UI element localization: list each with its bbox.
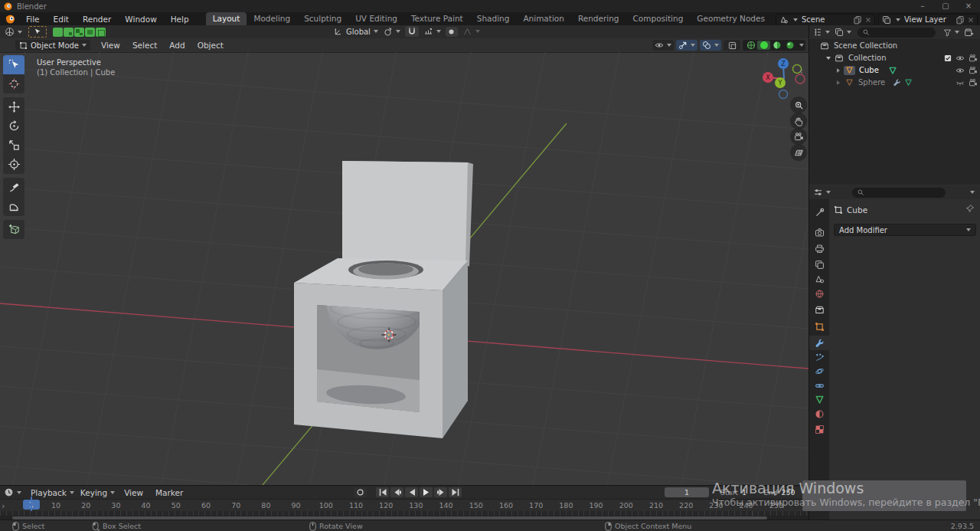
tool-scale[interactable] [3,136,24,155]
tab-particles[interactable] [809,350,829,365]
select-invert-icon[interactable] [85,28,95,37]
workspace-tab[interactable]: Rendering [571,12,626,25]
scene-selector[interactable]: Scene [776,14,875,26]
shading-wireframe-button[interactable] [744,41,757,50]
orientation-dropdown[interactable]: Global [334,27,378,36]
viewport-menu-item[interactable]: Object [191,40,230,51]
timeline-marker-menu[interactable]: Marker [149,487,189,498]
tool-move[interactable] [3,97,24,116]
tab-tool[interactable] [809,205,829,220]
tool-cursor[interactable] [3,74,24,93]
tool-select-box[interactable] [3,55,24,74]
keying-menu[interactable]: Keying [77,487,118,498]
unlink-scene-icon[interactable] [864,16,872,24]
xray-toggle[interactable] [724,40,740,51]
tab-collection[interactable] [809,303,829,317]
add-modifier-dropdown[interactable]: Add Modifier [834,224,976,236]
tab-material[interactable] [809,407,829,421]
overlays-toggle[interactable] [700,40,721,51]
object-visibility-dropdown[interactable] [652,40,674,51]
menu-item[interactable]: Edit [47,14,75,25]
menu-item[interactable]: Window [119,14,162,25]
tool-measure[interactable] [3,197,24,216]
disclosure-closed-icon[interactable] [837,80,840,85]
tab-object[interactable] [809,320,829,334]
proportional-falloff-dropdown[interactable] [462,27,480,36]
workspace-tab[interactable]: Compositing [626,12,691,25]
tab-object-data[interactable] [809,392,829,407]
eye-icon[interactable] [956,54,965,63]
workspace-tab[interactable]: Layout [206,12,247,25]
properties-search-input[interactable] [852,188,946,198]
workspace-tab[interactable]: UV Editing [348,12,404,25]
viewport-3d[interactable]: Object Mode ViewSelectAddObject [0,38,808,485]
workspace-tab[interactable]: Sculpting [297,12,348,25]
jump-to-end-button[interactable] [449,487,462,497]
outliner-row-cube[interactable]: Cube [809,65,980,75]
play-button[interactable] [420,487,433,497]
region-expand-arrow[interactable]: › [2,501,5,511]
checkbox-icon[interactable] [944,54,952,62]
render-camera-icon[interactable] [969,54,978,63]
outliner-row-collection[interactable]: Collection [809,53,980,63]
pin-icon[interactable] [965,204,975,213]
current-frame-field[interactable]: 1 [665,487,709,497]
remove-view-layer-icon[interactable] [967,16,975,24]
viewport-menu-item[interactable]: Add [163,40,191,51]
zoom-button[interactable] [790,97,807,113]
workspace-tab[interactable]: Texture Paint [404,12,470,25]
pivot-point-dropdown[interactable] [383,27,400,37]
outliner-editor-dropdown[interactable] [813,28,830,37]
tab-view-layer[interactable] [809,257,829,272]
tab-physics[interactable] [809,364,829,379]
active-tool-button[interactable] [28,26,47,38]
outliner-row-sphere[interactable]: Sphere [809,77,980,87]
workspace-tab[interactable]: Geometry Nodes [690,12,772,25]
eye-closed-icon[interactable] [956,78,965,87]
tab-output[interactable] [809,241,829,256]
disclosure-open-icon[interactable] [826,57,831,60]
snap-target-dropdown[interactable] [423,27,441,36]
minimize-button[interactable]: – [911,0,934,12]
viewport-menu-item[interactable]: View [95,40,126,51]
new-scene-icon[interactable] [853,15,862,25]
editor-type-dropdown[interactable] [5,27,22,37]
tab-texture[interactable] [809,422,829,437]
timeline-editor-dropdown[interactable] [4,487,21,497]
pan-button[interactable] [790,113,807,129]
select-set-icon[interactable] [53,28,63,37]
tab-scene[interactable] [809,272,829,287]
new-view-layer-icon[interactable] [956,15,965,25]
workspace-tab[interactable]: Animation [516,12,571,25]
properties-editor-dropdown[interactable] [813,188,831,197]
tab-render[interactable] [809,225,829,240]
orthographic-toggle-button[interactable] [790,144,807,161]
shading-solid-button[interactable] [757,41,770,50]
snap-toggle[interactable] [405,26,419,37]
navigation-gizmo[interactable]: Z X Y [760,54,808,103]
timeline-ruler[interactable]: 1020304050607080901001101201301401501601… [0,499,808,512]
breadcrumb-object-name[interactable]: Cube [847,205,867,215]
shading-rendered-button[interactable] [783,41,796,50]
tab-modifiers[interactable] [809,336,829,350]
menu-item[interactable]: Help [165,14,195,25]
new-collection-icon[interactable] [964,28,974,38]
toilet-model[interactable] [294,161,473,438]
play-reverse-button[interactable] [405,487,418,497]
render-camera-icon[interactable] [969,66,978,75]
view-layer-selector[interactable]: View Layer [878,14,978,26]
tab-world[interactable] [809,287,829,301]
next-keyframe-button[interactable] [434,487,447,497]
tool-annotate[interactable] [3,178,24,197]
outliner-row-scene-collection[interactable]: Scene Collection [809,41,980,51]
menu-item[interactable]: Render [77,14,117,25]
render-camera-icon[interactable] [969,78,978,87]
maximize-button[interactable]: ▢ [934,0,957,12]
auto-keying-button[interactable] [354,487,367,497]
outliner-filter-dropdown[interactable] [943,28,959,37]
tool-add-cube[interactable] [3,220,24,239]
viewport-menu-item[interactable]: Select [126,40,163,51]
gizmos-toggle[interactable] [676,40,697,51]
tool-rotate[interactable] [3,116,24,136]
playback-menu[interactable]: Playback [28,487,77,498]
